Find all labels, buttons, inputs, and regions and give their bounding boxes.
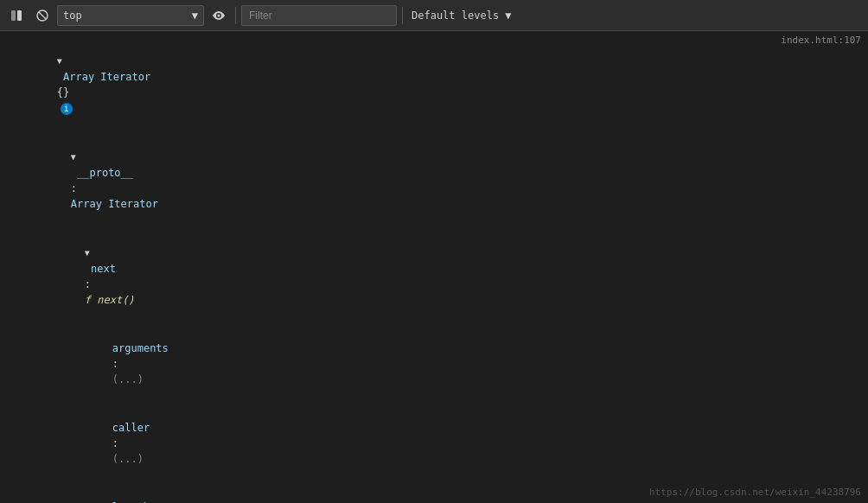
tree-row[interactable]: ▼ next : f next() bbox=[0, 228, 868, 324]
panel-toggle-button[interactable] bbox=[5, 4, 28, 27]
svg-rect-0 bbox=[11, 10, 16, 21]
filter-input[interactable] bbox=[241, 5, 397, 26]
context-dropdown-icon: ▼ bbox=[192, 10, 198, 22]
tree-row[interactable]: arguments : (...) bbox=[0, 324, 868, 404]
svg-line-3 bbox=[39, 12, 46, 19]
expand-icon[interactable]: ▼ bbox=[71, 152, 76, 162]
tree-row[interactable]: caller : (...) bbox=[0, 404, 868, 483]
clear-console-button[interactable] bbox=[31, 4, 54, 27]
svg-point-4 bbox=[218, 14, 220, 16]
separator bbox=[235, 7, 236, 24]
separator2 bbox=[402, 7, 403, 24]
watermark: https://blog.csdn.net/weixin_44238796 bbox=[649, 487, 861, 498]
expand-icon[interactable]: ▼ bbox=[57, 56, 62, 66]
expand-icon[interactable]: ▼ bbox=[85, 248, 90, 258]
context-selector[interactable]: top ▼ bbox=[57, 5, 204, 26]
toolbar: top ▼ Default levels ▼ bbox=[0, 0, 868, 31]
info-icon: i bbox=[61, 103, 73, 115]
source-link[interactable]: index.html:107 bbox=[781, 35, 868, 46]
console-wrapper: index.html:107 ▼ Array Iterator {} i ▼ _… bbox=[0, 31, 868, 503]
context-value: top bbox=[63, 10, 82, 22]
svg-rect-1 bbox=[17, 10, 22, 21]
levels-selector[interactable]: Default levels ▼ bbox=[408, 10, 515, 22]
tree-row[interactable]: ▼ Array Iterator {} i bbox=[0, 36, 781, 132]
tree-row[interactable]: ▼ __proto__ : Array Iterator bbox=[0, 132, 868, 228]
top-array-iterator-block: ▼ Array Iterator {} i ▼ __proto__ : Arra… bbox=[0, 35, 868, 503]
console-area: index.html:107 ▼ Array Iterator {} i ▼ _… bbox=[0, 31, 868, 503]
eye-icon-button[interactable] bbox=[207, 4, 230, 27]
